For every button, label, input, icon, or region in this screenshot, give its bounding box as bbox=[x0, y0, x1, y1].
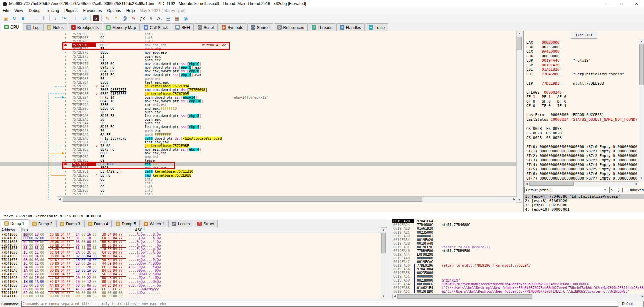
disasm-row[interactable]: 7572E97255push ebp bbox=[0, 47, 516, 51]
stack-row[interactable]: 0019FA2C00235000 bbox=[392, 231, 644, 234]
disasm-row[interactable]: 7572E9CBCCint3 bbox=[0, 189, 516, 192]
register-line[interactable] bbox=[526, 86, 637, 90]
attach-icon[interactable]: @ bbox=[121, 15, 129, 22]
dump-row[interactable]: 77D410F0060008009C8DD47741634D67FFFFFF7F… bbox=[0, 288, 161, 291]
disasm-row[interactable]: 7572E9B88BC6mov eax,esi bbox=[0, 151, 516, 155]
stack-row[interactable]: 0019FA5077DE9196return to ntdll.77DE9196… bbox=[392, 264, 644, 267]
register-line[interactable] bbox=[526, 108, 637, 113]
disasm-row[interactable]: 7572E9CACCint3 bbox=[0, 185, 516, 189]
hash-icon[interactable]: # bbox=[147, 15, 155, 22]
registers-hscrollbar[interactable]: ◀ ▶ bbox=[524, 181, 639, 186]
stack-arg-row[interactable]: 1: [esp+4] 77D4688C "LdrpInitializeProce… bbox=[524, 194, 644, 199]
menu-favourites[interactable]: Favourites bbox=[80, 8, 104, 14]
open-file-icon[interactable]: ▣ bbox=[2, 15, 10, 22]
register-line[interactable]: CF 0 TF 0 IF 1 bbox=[526, 104, 637, 108]
menu-debug[interactable]: Debug bbox=[26, 8, 43, 14]
disasm-row[interactable]: 7572E96ECCint3 bbox=[0, 36, 516, 40]
register-line[interactable]: ST(6) 00000000000000000000 x87r6 Empty 0… bbox=[526, 172, 637, 176]
register-line[interactable]: ES 002B DS 002B bbox=[526, 131, 637, 136]
register-line[interactable]: ST(2) 00000000000000000000 x87r2 Empty 0… bbox=[526, 154, 637, 158]
stack-row[interactable]: 0019FA5800235000 bbox=[392, 271, 644, 275]
register-line[interactable]: EBP 0019FA4C "¬ü\x19" bbox=[526, 58, 637, 63]
fx-icon[interactable]: ƒx bbox=[138, 15, 146, 22]
memory-icon[interactable]: ▤ bbox=[164, 15, 172, 22]
disasm-row[interactable]: 7572E9C6^EB F0jmp kernelbase.7572E9B8 bbox=[0, 174, 516, 177]
hide-fpu-button[interactable]: Hide FPU bbox=[571, 32, 597, 39]
disasm-row[interactable]: 7572E96DCCint3 bbox=[0, 32, 516, 36]
menu-help[interactable]: Help bbox=[124, 8, 138, 14]
tab-log[interactable]: ▤Log bbox=[23, 23, 43, 31]
maximize-button[interactable]: □ bbox=[614, 0, 629, 7]
register-line[interactable]: CS 0023 SS 002B bbox=[526, 136, 637, 140]
disasm-row[interactable]: 7572E9738BECmov ebp,esp bbox=[0, 51, 516, 54]
dump-row[interactable]: 77D410200C000E00D08DD47706000800B08DD477… bbox=[0, 240, 161, 244]
stack-row[interactable]: 0019FA6801A621E4L"C:\\Users\\bm\\Desktop… bbox=[392, 286, 644, 290]
register-line[interactable]: ECX 9A4E0000 bbox=[526, 49, 637, 54]
spinner-arrows-icon[interactable]: ▲▼ bbox=[616, 187, 620, 193]
register-line[interactable] bbox=[526, 140, 637, 145]
dump-tab-dump-3[interactable]: ▥Dump 3 bbox=[56, 220, 84, 227]
register-line[interactable]: ZF 1 PF 1 AF 0 bbox=[526, 95, 637, 99]
register-line[interactable]: ESP 0019FA20 bbox=[526, 63, 637, 68]
disasm-row[interactable]: 7572E9A08D45 F8lea eax,dword ptr ss:[ebp… bbox=[0, 114, 516, 118]
stop-icon[interactable]: ■ bbox=[19, 15, 27, 22]
patches-icon[interactable]: ✎ bbox=[103, 15, 111, 22]
disasm-row[interactable]: 7572E9778B45 0Cmov eax,dword ptr ss:[ebp… bbox=[0, 62, 516, 66]
register-line[interactable]: ESI 01A61D20 bbox=[526, 67, 637, 72]
register-line[interactable]: EIP 77DEE9D3 ntdll.77DEE9D3 bbox=[526, 81, 637, 86]
tab-threads[interactable]: ⇄Threads bbox=[308, 23, 336, 31]
disasm-row[interactable]: 7572E98Ev0F82 41870300jb kernelbase.7576… bbox=[0, 92, 516, 96]
dump-row[interactable]: 77D4111000000000000000000000000000000000… bbox=[0, 295, 161, 298]
run-icon[interactable]: → bbox=[31, 15, 39, 22]
stack-row[interactable]: 0019FA6400C800C650a6f0570275eb30db27eee0… bbox=[392, 282, 644, 286]
register-line[interactable]: EDI 77D4688C "LdrpInitializeProcess" bbox=[526, 72, 637, 77]
disasm-row[interactable]: 7572E9883B05 98567E75cmp eax,dword ptr d… bbox=[0, 88, 516, 92]
tab-symbols[interactable]: ◆Symbols bbox=[218, 23, 247, 31]
disasm-row[interactable]: 7572E96FCCint3 bbox=[0, 40, 516, 43]
register-line[interactable] bbox=[526, 122, 637, 126]
stack-row[interactable]: 0019FA340019FA20 bbox=[392, 238, 644, 242]
disasm-row[interactable]: 7572E9BCC2 1000ret 10 bbox=[0, 162, 516, 166]
disasm-row[interactable]: 7572E9BBC9leave bbox=[0, 159, 516, 162]
tab-handles[interactable]: ❖Handles bbox=[336, 23, 365, 31]
close-button[interactable]: ✕ bbox=[629, 0, 644, 7]
dump-tab-locals[interactable]: x=Locals bbox=[168, 220, 194, 227]
tab-cpu[interactable]: ▦CPU bbox=[1, 23, 22, 31]
dump-tab-watch-1[interactable]: ◉Watch 1 bbox=[140, 220, 168, 227]
stack-row[interactable]: 0019FA3C0019FC9CPointer to SEH_Record[1] bbox=[392, 245, 644, 249]
dump-tab-dump-1[interactable]: ▥Dump 1 bbox=[1, 219, 28, 227]
stack-row[interactable]: 0019FA2801A61D20 bbox=[392, 227, 644, 231]
stack-row[interactable]: 0019FA4077DB9F80ntdll.77DB9F80 bbox=[392, 249, 644, 253]
stack-row[interactable]: 0019FA5497041884 bbox=[392, 267, 644, 271]
register-line[interactable]: EFLAGS 00000246 bbox=[526, 90, 637, 95]
disasm-row[interactable]: 7572E9ABFF15 38877E75call dword ptr ds:[… bbox=[0, 137, 516, 140]
menu-plugins[interactable]: Plugins bbox=[62, 8, 80, 14]
stack-row[interactable]: 0019FA44E0F98298 bbox=[392, 253, 644, 256]
dump-vscrollbar[interactable]: ▲ ▼ bbox=[381, 227, 386, 299]
dump-col-address[interactable]: Address bbox=[0, 227, 22, 232]
scylla-icon[interactable]: S bbox=[93, 15, 99, 21]
disasm-row[interactable]: 7572E9978B45 10mov eax,dword ptr ss:[ebp… bbox=[0, 99, 516, 103]
registers-vscrollbar[interactable]: ▲ ▼ bbox=[639, 39, 644, 181]
stack-arg-row[interactable]: 3: [esp+C] 00235000 bbox=[524, 203, 644, 207]
disasm-row[interactable]: 7572E986v74 0Cje kernelbase.7572E994 bbox=[0, 84, 516, 88]
calculator-icon[interactable]: ▦ bbox=[173, 15, 181, 22]
register-line[interactable]: EDX 00000000 bbox=[526, 54, 637, 59]
disasm-row[interactable]: 7572E9CCCCint3 bbox=[0, 192, 516, 196]
register-line[interactable]: LastError 00000000 (ERROR_SUCCESS) bbox=[526, 113, 637, 117]
menu-view[interactable]: View bbox=[12, 8, 26, 14]
dump-tab-dump-4[interactable]: ▥Dump 4 bbox=[84, 220, 112, 227]
tab-memory-map[interactable]: ▦Memory Map bbox=[103, 23, 140, 31]
dump-pane[interactable]: Address Hex ASCII 77D4100016001800C08BD4… bbox=[0, 227, 386, 299]
register-line[interactable]: ST(3) 00000000000000000000 x87r3 Empty 0… bbox=[526, 158, 637, 163]
disasm-row[interactable]: 7572E9A456push esi bbox=[0, 121, 516, 125]
step-out-icon[interactable]: ⇄ bbox=[80, 15, 89, 22]
stack-row[interactable]: 0019FA4C0019FCAC bbox=[392, 260, 644, 264]
tab-references[interactable]: ◎References bbox=[274, 23, 308, 31]
dump-col-ascii[interactable]: ASCII bbox=[133, 227, 176, 232]
tab-trace[interactable]: ➔Trace bbox=[365, 23, 388, 31]
disasm-row[interactable]: 7572E9A850push eax bbox=[0, 129, 516, 133]
disasm-row[interactable]: 7572E9C1E8 4A29FEFFcall kernelbase.75711… bbox=[0, 170, 516, 173]
calling-convention-select[interactable]: Default (stdcall) ▼ bbox=[524, 187, 608, 193]
strings-icon[interactable]: A₂ bbox=[156, 15, 164, 22]
